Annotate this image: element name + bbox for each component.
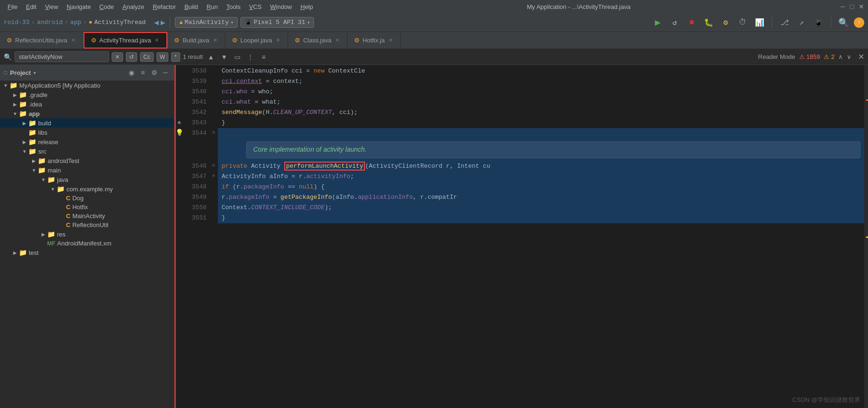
menu-run[interactable]: Run: [203, 2, 222, 11]
scrollbar-right[interactable]: [864, 65, 868, 408]
search-regex-button[interactable]: *: [171, 52, 180, 62]
tab-activitythread[interactable]: ⚙ ActivityThread.java ✕: [83, 32, 168, 49]
menu-window[interactable]: Window: [266, 2, 296, 11]
tree-root[interactable]: ▼ 📁 MyApplication5 [My Applicatio: [0, 81, 174, 90]
menu-file[interactable]: File: [4, 2, 21, 11]
tab-activitythread-close[interactable]: ✕: [154, 37, 160, 43]
rerun-button[interactable]: ↺: [668, 16, 681, 29]
run-button[interactable]: ▶: [651, 16, 664, 29]
tree-androidmanifest[interactable]: ▶ MF AndroidManifest.xm: [0, 239, 174, 248]
tree-hotfix[interactable]: ▶ C Hotfix: [0, 203, 174, 212]
gradle-folder-icon: 📁: [19, 91, 27, 98]
fold-icon-3546[interactable]: ⊖: [212, 163, 215, 168]
menu-analyze[interactable]: Analyze: [119, 2, 148, 11]
tree-libs[interactable]: ▶ 📁 libs: [0, 128, 174, 137]
breadcrumb-roid[interactable]: roid-33: [4, 19, 30, 26]
lamp-icon[interactable]: 💡: [175, 129, 183, 137]
share-button[interactable]: ↗: [795, 16, 808, 29]
tree-res[interactable]: ▶ 📁 res: [0, 229, 174, 239]
search-filter-button[interactable]: ≡: [258, 52, 269, 62]
maximize-button[interactable]: □: [850, 3, 854, 10]
tab-hotfix[interactable]: ⚙ Hotfix.ja ✕: [347, 32, 401, 49]
menu-help[interactable]: Help: [297, 2, 317, 11]
tree-gradle[interactable]: ▶ 📁 .gradle: [0, 90, 174, 99]
menu-code[interactable]: Code: [96, 2, 118, 11]
libs-label: libs: [38, 129, 48, 136]
java-label: java: [57, 176, 68, 183]
tab-class-close[interactable]: ✕: [334, 37, 340, 43]
breadcrumb-android[interactable]: android: [37, 19, 63, 26]
menu-build[interactable]: Build: [181, 2, 202, 11]
search-everywhere-button[interactable]: 🔍: [837, 16, 850, 29]
close-button[interactable]: ✕: [859, 3, 864, 10]
breadcrumb-file[interactable]: ActivityThread: [94, 19, 146, 26]
search-prev-button[interactable]: ▲: [206, 52, 216, 62]
run-config-label: MainActivity: [185, 19, 229, 26]
search-input[interactable]: [15, 51, 109, 62]
tab-reflectionutils[interactable]: ⚙ ReflectionUtils.java ✕: [0, 32, 83, 49]
nav-forward-arrow[interactable]: ▶: [161, 18, 165, 27]
linenum-3550: 3550: [184, 203, 207, 213]
run-config-selector[interactable]: ▲ MainActivity ▾: [175, 17, 238, 28]
attach-debugger-button[interactable]: ⚙: [719, 16, 732, 29]
tab-class[interactable]: ⚙ Class.java ✕: [288, 32, 347, 49]
expand-button[interactable]: ∧: [838, 53, 843, 60]
fold-icon-3543[interactable]: ⊖: [212, 130, 215, 135]
device-manager-button[interactable]: 📱: [812, 16, 825, 29]
sidebar-locate-button[interactable]: ◉: [127, 68, 136, 77]
tree-mainactivity[interactable]: ▶ C MainActivity: [0, 212, 174, 220]
search-replace-button[interactable]: ↺: [126, 52, 137, 62]
menu-vcs[interactable]: VCS: [245, 2, 265, 11]
tab-build[interactable]: ⚙ Build.java ✕: [167, 32, 225, 49]
tab-hotfix-close[interactable]: ✕: [388, 37, 394, 43]
tab-reflectionutils-close[interactable]: ✕: [70, 37, 76, 43]
sidebar-collapse-button[interactable]: ≡: [138, 68, 148, 77]
main-arrow: ▼: [30, 168, 38, 173]
tree-java[interactable]: ▼ 📁 java: [0, 175, 174, 184]
tree-com-example[interactable]: ▼ 📁 com.example.my: [0, 184, 174, 194]
sidebar-dropdown-icon[interactable]: ▾: [33, 70, 36, 75]
update-badge[interactable]: ↑: [854, 17, 864, 28]
tab-looper-close[interactable]: ✕: [275, 37, 281, 43]
menu-view[interactable]: View: [41, 2, 62, 11]
tree-androidtest[interactable]: ▶ 📁 androidTest: [0, 156, 174, 165]
tree-idea[interactable]: ▶ 📁 .idea: [0, 99, 174, 109]
tree-test[interactable]: ▶ 📁 test: [0, 248, 174, 257]
search-close-button[interactable]: ✕: [112, 52, 123, 62]
debug-button[interactable]: 🐛: [702, 16, 715, 29]
analyze-button[interactable]: 📊: [753, 16, 766, 29]
search-word-button[interactable]: W: [157, 52, 168, 62]
search-options-button[interactable]: ⋮: [245, 52, 256, 62]
profile-button[interactable]: ⏱: [736, 16, 749, 29]
device-selector[interactable]: 📱 Pixel 5 API 31 ▾: [240, 17, 314, 28]
tree-app[interactable]: ▼ 📁 app: [0, 109, 174, 118]
search-view-toggle[interactable]: ▭: [232, 52, 242, 62]
sidebar-minimize-button[interactable]: ─: [161, 68, 170, 77]
tree-main[interactable]: ▼ 📁 main: [0, 165, 174, 175]
tree-reflectionutil[interactable]: ▶ C ReflectionUtil: [0, 220, 174, 229]
menu-edit[interactable]: Edit: [22, 2, 40, 11]
collapse-button[interactable]: ∨: [847, 53, 851, 60]
tree-build[interactable]: ▶ 📁 build: [0, 118, 174, 128]
tree-src[interactable]: ▼ 📁 src: [0, 147, 174, 156]
tree-release[interactable]: ▶ 📁 release: [0, 137, 174, 147]
code-content[interactable]: ContextCleanupInfo cci = new ContextCle …: [218, 65, 864, 408]
menu-navigate[interactable]: Navigate: [63, 2, 94, 11]
tab-build-close[interactable]: ✕: [212, 37, 218, 43]
vcs-button[interactable]: ⎇: [778, 16, 791, 29]
tree-dog[interactable]: ▶ C Dog: [0, 194, 174, 203]
menu-tools[interactable]: Tools: [223, 2, 244, 11]
search-cc-button[interactable]: Cc: [140, 52, 154, 62]
fold-icon-3547[interactable]: ⊖: [212, 173, 215, 179]
search-bar-close[interactable]: ✕: [858, 52, 864, 61]
reflectionutil-label: ReflectionUtil: [72, 221, 108, 228]
code-line-3542: sendMessage(H.CLEAN_UP_CONTEXT, cci);: [218, 107, 864, 118]
tab-looper[interactable]: ⚙ Looper.java ✕: [225, 32, 288, 49]
sidebar-settings-button[interactable]: ⚙: [149, 68, 159, 77]
menu-refactor[interactable]: Refactor: [149, 2, 180, 11]
nav-back-arrow[interactable]: ◀: [154, 18, 159, 27]
search-next-button[interactable]: ▼: [219, 52, 229, 62]
breadcrumb-app[interactable]: app: [70, 19, 81, 26]
stop-button[interactable]: ■: [685, 16, 698, 29]
minimize-button[interactable]: ─: [841, 3, 845, 10]
